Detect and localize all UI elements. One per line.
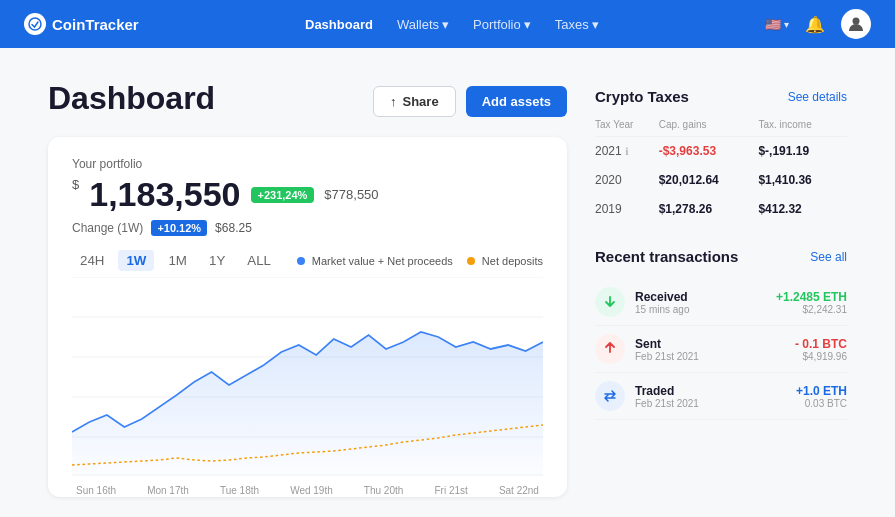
user-avatar-button[interactable] xyxy=(841,9,871,39)
col-gains: Cap. gains xyxy=(659,119,759,137)
change-value: $68.25 xyxy=(215,221,252,235)
page-title: Dashboard xyxy=(48,80,215,117)
info-icon: ℹ xyxy=(625,146,629,157)
portfolio-chevron-icon: ▾ xyxy=(524,17,531,32)
tx-crypto-sent: - 0.1 BTC xyxy=(795,337,847,351)
col-income: Tax. income xyxy=(758,119,847,137)
tx-type-received: Received xyxy=(635,290,766,304)
tax-income-1: $1,410.36 xyxy=(758,166,847,195)
tx-icon-sent xyxy=(595,334,625,364)
tax-row-2: 2019 $1,278.26 $412.32 xyxy=(595,195,847,224)
legend-deposits-dot xyxy=(467,257,475,265)
tx-date-sent: Feb 21st 2021 xyxy=(635,351,785,362)
tx-item-received: Received 15 mins ago +1.2485 ETH $2,242.… xyxy=(595,279,847,326)
tax-row-0: 2021 ℹ -$3,963.53 $-,191.19 xyxy=(595,137,847,166)
tx-amount-sent: - 0.1 BTC $4,919.96 xyxy=(795,337,847,362)
nav-taxes[interactable]: Taxes ▾ xyxy=(545,11,609,38)
tx-icon-traded xyxy=(595,381,625,411)
tx-info-sent: Sent Feb 21st 2021 xyxy=(635,337,785,362)
navbar: CoinTracker Dashboard Wallets ▾ Portfoli… xyxy=(0,0,895,48)
tx-crypto-received: +1.2485 ETH xyxy=(776,290,847,304)
portfolio-pct-badge: +231,24% xyxy=(251,187,315,203)
time-btn-1y[interactable]: 1Y xyxy=(201,250,233,271)
legend-market: Market value + Net proceeds xyxy=(297,255,453,267)
tax-row-1: 2020 $20,012.64 $1,410.36 xyxy=(595,166,847,195)
taxes-chevron-icon: ▾ xyxy=(592,17,599,32)
tx-crypto-traded: +1.0 ETH xyxy=(796,384,847,398)
legend-deposits: Net deposits xyxy=(467,255,543,267)
logo-icon xyxy=(24,13,46,35)
x-label-6: Sat 22nd xyxy=(499,485,539,496)
flag-button[interactable]: 🇺🇸 ▾ xyxy=(765,17,789,32)
tax-year-0: 2021 ℹ xyxy=(595,137,659,166)
tx-item-sent: Sent Feb 21st 2021 - 0.1 BTC $4,919.96 xyxy=(595,326,847,373)
time-btn-1w[interactable]: 1W xyxy=(118,250,154,271)
x-label-1: Mon 17th xyxy=(147,485,189,496)
see-details-link[interactable]: See details xyxy=(788,90,847,104)
legend-market-dot xyxy=(297,257,305,265)
tx-usd-traded: 0.03 BTC xyxy=(796,398,847,409)
tax-gains-2: $1,278.26 xyxy=(659,195,759,224)
tax-gains-1: $20,012.64 xyxy=(659,166,759,195)
wallets-chevron-icon: ▾ xyxy=(442,17,449,32)
chart-controls: 24H 1W 1M 1Y ALL Market value + Net proc… xyxy=(72,250,543,271)
chart-x-labels: Sun 16th Mon 17th Tue 18th Wed 19th Thu … xyxy=(72,481,543,496)
x-label-3: Wed 19th xyxy=(290,485,333,496)
portfolio-label: Your portfolio xyxy=(72,157,543,171)
tax-year-2: 2019 xyxy=(595,195,659,224)
share-button[interactable]: ↑ Share xyxy=(373,86,456,117)
flag-chevron-icon: ▾ xyxy=(784,19,789,30)
main-content: Dashboard ↑ Share Add assets Your portfo… xyxy=(0,48,895,517)
x-label-4: Thu 20th xyxy=(364,485,403,496)
portfolio-sub-value: $778,550 xyxy=(324,187,378,202)
nav-links: Dashboard Wallets ▾ Portfolio ▾ Taxes ▾ xyxy=(171,11,733,38)
see-all-link[interactable]: See all xyxy=(810,250,847,264)
time-btn-1m[interactable]: 1M xyxy=(160,250,195,271)
logo[interactable]: CoinTracker xyxy=(24,13,139,35)
change-pct-badge: +10.12% xyxy=(151,220,207,236)
dashboard-header: Dashboard ↑ Share Add assets xyxy=(48,80,567,117)
nav-wallets[interactable]: Wallets ▾ xyxy=(387,11,459,38)
tax-income-2: $412.32 xyxy=(758,195,847,224)
recent-tx-title: Recent transactions xyxy=(595,248,738,265)
svg-point-0 xyxy=(29,18,41,30)
share-icon: ↑ xyxy=(390,94,397,109)
tx-amount-received: +1.2485 ETH $2,242.31 xyxy=(776,290,847,315)
change-label: Change (1W) xyxy=(72,221,143,235)
portfolio-chart: Sun 16th Mon 17th Tue 18th Wed 19th Thu … xyxy=(72,277,543,477)
x-label-0: Sun 16th xyxy=(76,485,116,496)
portfolio-amount: 1,183,550 xyxy=(89,175,240,214)
tx-item-traded: Traded Feb 21st 2021 +1.0 ETH 0.03 BTC xyxy=(595,373,847,420)
nav-portfolio[interactable]: Portfolio ▾ xyxy=(463,11,541,38)
portfolio-value-row: $ 1,183,550 +231,24% $778,550 xyxy=(72,175,543,214)
tx-amount-traded: +1.0 ETH 0.03 BTC xyxy=(796,384,847,409)
nav-dashboard[interactable]: Dashboard xyxy=(295,11,383,38)
time-btn-all[interactable]: ALL xyxy=(239,250,279,271)
x-label-5: Fri 21st xyxy=(434,485,467,496)
bell-icon: 🔔 xyxy=(805,16,825,33)
tax-gains-0: -$3,963.53 xyxy=(659,137,759,166)
nav-right: 🇺🇸 ▾ 🔔 xyxy=(765,9,871,39)
transaction-list: Received 15 mins ago +1.2485 ETH $2,242.… xyxy=(595,279,847,420)
recent-tx-header: Recent transactions See all xyxy=(595,248,847,265)
left-panel: Dashboard ↑ Share Add assets Your portfo… xyxy=(48,80,567,497)
tx-icon-received xyxy=(595,287,625,317)
tax-income-0: $-,191.19 xyxy=(758,137,847,166)
time-btn-24h[interactable]: 24H xyxy=(72,250,112,271)
add-assets-button[interactable]: Add assets xyxy=(466,86,567,117)
flag-icon: 🇺🇸 xyxy=(765,17,781,32)
notifications-button[interactable]: 🔔 xyxy=(801,11,829,38)
tx-info-received: Received 15 mins ago xyxy=(635,290,766,315)
tx-usd-received: $2,242.31 xyxy=(776,304,847,315)
tax-year-1: 2020 xyxy=(595,166,659,195)
tx-usd-sent: $4,919.96 xyxy=(795,351,847,362)
logo-text: CoinTracker xyxy=(52,16,139,33)
crypto-taxes-title: Crypto Taxes xyxy=(595,88,689,105)
x-label-2: Tue 18th xyxy=(220,485,259,496)
tx-date-traded: Feb 21st 2021 xyxy=(635,398,786,409)
portfolio-card: Your portfolio $ 1,183,550 +231,24% $778… xyxy=(48,137,567,497)
change-row: Change (1W) +10.12% $68.25 xyxy=(72,220,543,236)
crypto-taxes-header: Crypto Taxes See details xyxy=(595,88,847,105)
tx-date-received: 15 mins ago xyxy=(635,304,766,315)
svg-point-1 xyxy=(853,18,860,25)
